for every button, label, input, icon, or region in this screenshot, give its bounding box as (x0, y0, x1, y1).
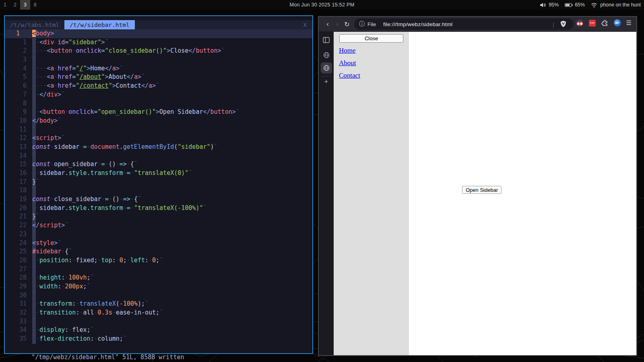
code-line[interactable]: 12<script>¯ (5, 134, 312, 143)
code-line[interactable]: 32··transition:·all·0.3s·ease-in-out;¯ (5, 309, 312, 317)
line-number: 16 (5, 169, 32, 178)
code-line[interactable]: 8¯ (5, 99, 312, 108)
line-number: 31 (5, 300, 32, 309)
code-line[interactable]: 2····<button·onclick="close_sidebar()">C… (5, 47, 312, 56)
forward-button[interactable]: › (332, 19, 342, 29)
code-line[interactable]: 27¯ (5, 265, 312, 274)
code-line[interactable]: 5····<a·href="/about">About</a>¯ (5, 73, 312, 82)
code-line[interactable]: 6····<a·href="/contact">Contact</a>¯ (5, 82, 312, 90)
code-line[interactable]: 9··<button·onclick="open_sidebar()">Open… (5, 108, 312, 117)
code-line[interactable]: 30¯ (5, 291, 312, 300)
vim-code-area[interactable]: 1<body>¯1··<div·id="sidebar">¯2····<butt… (5, 29, 312, 344)
code-line[interactable]: 21}¯ (5, 212, 312, 221)
code-line[interactable]: 20··sidebar.style.transform·=·"translate… (5, 204, 312, 213)
code-line[interactable]: 3¯ (5, 56, 312, 64)
browser-toolbar: ‹ › ↻ ⓘ File file:///tmp/webz/sidebar.ht… (319, 17, 636, 32)
menu-button[interactable]: ☰ (626, 19, 632, 27)
url-bar[interactable]: ⓘ File file:///tmp/webz/sidebar.html | (354, 19, 574, 30)
line-number: 27 (5, 265, 32, 274)
code-line[interactable]: 29··width:·200px;¯ (5, 282, 312, 291)
line-number: 26 (5, 256, 32, 265)
code-line[interactable]: 23¯ (5, 230, 312, 239)
line-number: 11 (5, 125, 32, 134)
code-text: ··<button·onclick="open_sidebar()">Open·… (32, 108, 239, 117)
vim-tabline: /t/w/tabs.html/t/w/sidebar.html X (5, 20, 312, 29)
sidebar-link-home[interactable]: Home (339, 47, 356, 55)
workspace-button-2[interactable]: 2 (10, 0, 20, 10)
code-line[interactable]: 7··</div>¯ (5, 90, 312, 99)
code-line[interactable]: 35··flex-direction:·column;¯ (5, 335, 312, 343)
code-text: <script>¯ (32, 134, 65, 143)
urlbar-separator: | (553, 21, 554, 28)
page-info-icon[interactable]: ⓘ (359, 21, 365, 28)
tab-globe-icon[interactable] (321, 49, 332, 61)
new-tab-button[interactable]: + (324, 78, 328, 85)
code-text: ¯ (32, 186, 36, 195)
code-line[interactable]: 31··transform:·translateX(-100%);¯ (5, 300, 312, 309)
line-number: 14 (5, 152, 32, 160)
browser-page-content: Close HomeAboutContact Open Sidebar (334, 32, 636, 355)
code-text: const·sidebar·=·document.getElementById(… (32, 143, 218, 152)
battery-icon (565, 3, 572, 7)
code-line[interactable]: 4····<a·href="/">Home</a>¯ (5, 64, 312, 73)
code-line[interactable]: 18¯ (5, 186, 312, 195)
code-text: ¯ (32, 317, 36, 326)
volume-level: 95% (549, 2, 559, 8)
code-line[interactable]: 28··height:·100vh;¯ (5, 274, 312, 282)
line-number: 12 (5, 134, 32, 143)
vim-tab[interactable]: /t/w/tabs.html (5, 20, 64, 29)
puzzle-extensions-icon[interactable] (601, 19, 609, 27)
workspace-button-3[interactable]: 3 (20, 0, 30, 10)
code-text: ··<div·id="sidebar">¯ (32, 38, 109, 47)
line-number: 30 (5, 291, 32, 300)
code-line[interactable]: 1<body>¯ (5, 29, 312, 38)
goggles-extension-icon[interactable] (576, 19, 584, 27)
code-line[interactable]: 26··position:·fixed;·top:·0;·left:·0;¯ (5, 256, 312, 265)
code-text: }¯ (32, 178, 39, 187)
line-number: 20 (5, 204, 32, 213)
code-line[interactable]: 22</script>¯ (5, 221, 312, 230)
back-button[interactable]: ‹ (323, 19, 332, 29)
code-line[interactable]: 34··display:·flex;¯ (5, 326, 312, 335)
reload-button[interactable]: ↻ (342, 19, 352, 29)
red-dots-extension-icon[interactable] (589, 19, 596, 27)
active-tab-globe-icon[interactable] (321, 62, 332, 74)
line-number: 23 (5, 230, 32, 239)
url-text[interactable]: file:///tmp/webz/sidebar.html (383, 21, 452, 27)
system-tray: 95% 65% phone on the hunt (540, 0, 641, 10)
sidebar-link-about[interactable]: About (339, 59, 356, 67)
vim-tab[interactable]: /t/w/sidebar.html (64, 20, 134, 29)
workspace-button-8[interactable]: 8 (30, 0, 40, 10)
sidebar-toggle-icon[interactable] (321, 34, 332, 45)
line-number: 33 (5, 317, 32, 326)
open-sidebar-button[interactable]: Open Sidebar (462, 186, 502, 194)
code-line[interactable]: 17}¯ (5, 178, 312, 187)
code-line[interactable]: 14¯ (5, 152, 312, 160)
code-line[interactable]: 16··sidebar.style.transform·=·"translate… (5, 169, 312, 178)
code-line[interactable]: 24<style>¯ (5, 239, 312, 248)
code-text: ¯ (32, 152, 36, 160)
line-number: 8 (5, 99, 32, 108)
vim-tab-close-button[interactable]: X (303, 20, 307, 29)
code-line[interactable]: 19const·close_sidebar·=·()·=>·{¯ (5, 195, 312, 204)
code-line[interactable]: 33¯ (5, 317, 312, 326)
line-number: 34 (5, 326, 32, 335)
code-line[interactable]: 13const·sidebar·=·document.getElementByI… (5, 143, 312, 152)
code-text: }¯ (32, 212, 39, 221)
close-sidebar-button[interactable]: Close (339, 34, 403, 43)
code-line[interactable]: 1··<div·id="sidebar">¯ (5, 38, 312, 47)
code-line[interactable]: 15const·open_sidebar·=·()·=>·{¯ (5, 160, 312, 169)
code-text: ··sidebar.style.transform·=·"translateX(… (32, 204, 207, 213)
code-line[interactable]: 25#sidebar·{¯ (5, 247, 312, 256)
code-text: ¯ (32, 56, 36, 64)
extension-icons: ☰ (576, 19, 632, 27)
code-text: ····<a·href="/contact">Contact</a>¯ (32, 82, 159, 90)
workspace-switcher: 1238 (0, 0, 40, 10)
sidebar-link-contact[interactable]: Contact (339, 72, 360, 80)
code-line[interactable]: 10</body>¯ (5, 117, 312, 125)
workspace-button-1[interactable]: 1 (0, 0, 10, 10)
code-line[interactable]: 11¯ (5, 125, 312, 134)
shield-icon[interactable] (560, 21, 566, 27)
globe-sphere-extension-icon[interactable] (614, 19, 621, 27)
code-text: #sidebar·{¯ (32, 247, 72, 256)
